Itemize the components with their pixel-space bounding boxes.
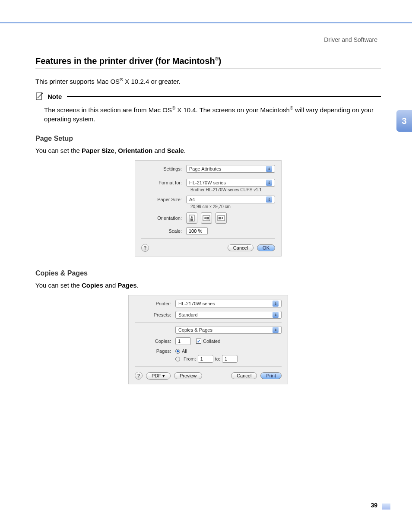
format-for-value: HL-2170W series — [189, 180, 226, 185]
page-number: 39 — [371, 502, 377, 509]
divider — [135, 366, 282, 367]
presets-label: Presets: — [135, 312, 175, 317]
chevron-updown-icon: ⇕ — [273, 312, 279, 318]
printer-label: Printer: — [135, 301, 175, 306]
presets-value: Standard — [178, 312, 198, 317]
printer-value: HL-2170W series — [178, 301, 215, 306]
svg-point-2 — [191, 216, 193, 218]
printer-select[interactable]: HL-2170W series ⇕ — [175, 300, 282, 307]
settings-select[interactable]: Page Attributes ⇕ — [186, 165, 275, 173]
settings-label: Settings: — [141, 166, 186, 171]
note-body-a: The screens in this section are from Mac… — [44, 106, 172, 114]
svg-point-5 — [204, 217, 206, 219]
pages-to-input[interactable] — [222, 355, 238, 363]
registered-mark: ® — [290, 105, 293, 111]
help-button[interactable]: ? — [141, 244, 149, 252]
pages-all-label: All — [182, 348, 187, 354]
sep: and — [103, 282, 117, 289]
scale-input[interactable] — [186, 227, 208, 235]
chevron-updown-icon: ⇕ — [273, 301, 279, 307]
section-page-setup-heading: Page Setup — [35, 135, 381, 142]
registered-mark: ® — [215, 56, 219, 61]
note-body-b: X 10.4. The screens on your Macintosh — [175, 106, 290, 114]
registered-mark: ® — [172, 105, 175, 111]
note-icon — [35, 92, 44, 101]
page-setup-dialog: Settings: Page Attributes ⇕ Format for: … — [135, 160, 282, 256]
presets-select[interactable]: Standard ⇕ — [175, 311, 282, 319]
scale-label: Scale: — [141, 228, 186, 234]
desc-suffix: . — [184, 147, 186, 154]
paper-size-subtext: 20,99 cm x 29,70 cm — [190, 204, 275, 209]
chevron-updown-icon: ⇕ — [273, 327, 279, 333]
term-scale: Scale — [167, 147, 184, 154]
section-copies-pages-heading: Copies & Pages — [35, 269, 381, 277]
ok-button[interactable]: OK — [257, 244, 275, 251]
orientation-label: Orientation: — [141, 215, 186, 221]
section-value: Copies & Pages — [178, 327, 212, 332]
paper-size-value: A4 — [189, 197, 195, 202]
section-page-setup-desc: You can set the Paper Size, Orientation … — [35, 147, 381, 154]
copies-input[interactable] — [175, 337, 191, 345]
chevron-updown-icon: ⇕ — [266, 180, 272, 186]
page-title: Features in the printer driver (for Maci… — [35, 56, 381, 69]
registered-mark: ® — [120, 77, 123, 82]
chevron-updown-icon: ⇕ — [266, 196, 272, 203]
help-button[interactable]: ? — [135, 372, 143, 380]
to-label: to: — [215, 356, 220, 361]
pages-label: Pages: — [135, 348, 175, 354]
svg-rect-3 — [190, 218, 193, 221]
intro-prefix: This printer supports Mac OS — [35, 78, 120, 85]
orientation-portrait-button[interactable] — [186, 212, 197, 224]
pages-from-radio[interactable] — [175, 357, 180, 361]
preview-button[interactable]: Preview — [174, 372, 202, 379]
orientation-landscape-right-button[interactable] — [216, 212, 227, 224]
format-for-label: Format for: — [141, 180, 186, 185]
pdf-button[interactable]: PDF ▾ — [146, 372, 171, 380]
svg-point-8 — [222, 217, 223, 219]
orientation-landscape-left-button[interactable] — [201, 212, 212, 224]
note-label: Note — [48, 93, 62, 100]
paper-size-select[interactable]: A4 ⇕ — [186, 196, 275, 203]
term-paper-size: Paper Size — [82, 147, 114, 154]
svg-rect-6 — [206, 217, 209, 219]
paper-size-label: Paper Size: — [141, 197, 186, 202]
format-for-subtext: Brother HL-2170W series CUPS v1.1 — [190, 187, 275, 192]
print-button[interactable]: Print — [260, 372, 282, 379]
collated-checkbox[interactable]: ✓ — [196, 339, 201, 344]
intro-text: This printer supports Mac OS® X 10.2.4 o… — [35, 77, 381, 85]
note-body: The screens in this section are from Mac… — [44, 105, 381, 124]
print-dialog: Printer: HL-2170W series ⇕ Presets: Stan… — [128, 295, 288, 384]
chapter-number-tab: 3 — [396, 110, 412, 132]
desc-prefix: You can set the — [35, 282, 82, 289]
collated-label: Collated — [203, 339, 220, 344]
sep: , — [114, 147, 118, 154]
settings-value: Page Attributes — [189, 166, 222, 171]
section-select[interactable]: Copies & Pages ⇕ — [175, 326, 282, 334]
pages-from-input[interactable] — [198, 355, 213, 363]
term-copies: Copies — [82, 282, 103, 289]
section-copies-pages-desc: You can set the Copies and Pages. — [35, 282, 381, 289]
divider — [141, 238, 275, 239]
from-label: From: — [184, 356, 196, 361]
intro-suffix: X 10.2.4 or greater. — [123, 78, 181, 85]
sep: and — [152, 147, 167, 154]
chevron-updown-icon: ⇕ — [266, 166, 272, 172]
format-for-select[interactable]: HL-2170W series ⇕ — [186, 179, 275, 187]
heading-text-prefix: Features in the printer driver (for Maci… — [35, 56, 215, 66]
cancel-button[interactable]: Cancel — [228, 244, 254, 251]
term-pages: Pages — [117, 282, 136, 289]
pages-all-radio[interactable] — [175, 349, 180, 354]
copies-label: Copies: — [135, 339, 175, 344]
desc-prefix: You can set the — [35, 147, 82, 154]
svg-rect-9 — [219, 217, 221, 219]
heading-text-suffix: ) — [219, 56, 222, 66]
header-title: Driver and Software — [324, 36, 377, 43]
divider — [135, 322, 282, 323]
note-divider — [67, 96, 381, 97]
desc-suffix: . — [137, 282, 139, 289]
term-orientation: Orientation — [118, 147, 152, 154]
page-corner-decoration — [382, 504, 390, 510]
cancel-button[interactable]: Cancel — [231, 372, 257, 379]
